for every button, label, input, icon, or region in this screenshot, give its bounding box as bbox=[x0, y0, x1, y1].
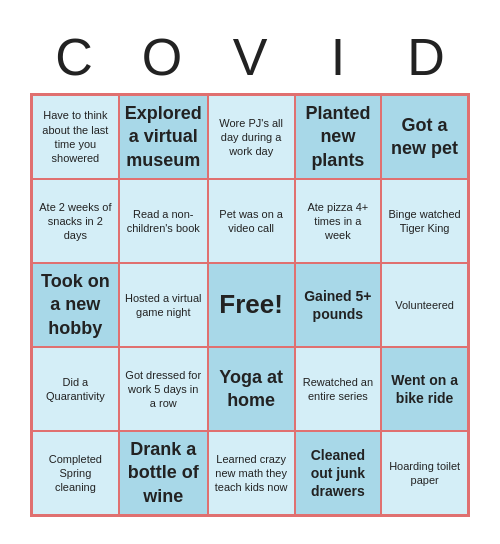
table-row: Ate 2 weeks of snacks in 2 days bbox=[32, 179, 119, 263]
table-row: Explored a virtual museum bbox=[119, 95, 208, 179]
table-row: Have to think about the last time you sh… bbox=[32, 95, 119, 179]
table-row: Learned crazy new math they teach kids n… bbox=[208, 431, 295, 515]
bingo-grid: Have to think about the last time you sh… bbox=[30, 93, 470, 517]
title-letter-i: I bbox=[296, 27, 380, 87]
title-letter-o: O bbox=[120, 27, 204, 87]
table-row: Pet was on a video call bbox=[208, 179, 295, 263]
bingo-title: C O V I D bbox=[30, 27, 470, 87]
table-row: Took on a new hobby bbox=[32, 263, 119, 347]
table-row: Binge watched Tiger King bbox=[381, 179, 468, 263]
table-row: Completed Spring cleaning bbox=[32, 431, 119, 515]
title-letter-c: C bbox=[32, 27, 116, 87]
table-row: Hosted a virtual game night bbox=[119, 263, 208, 347]
table-row: Volunteered bbox=[381, 263, 468, 347]
bingo-card: C O V I D Have to think about the last t… bbox=[20, 17, 480, 527]
table-row: Rewatched an entire series bbox=[295, 347, 382, 431]
table-row: Did a Quarantivity bbox=[32, 347, 119, 431]
table-row: Got a new pet bbox=[381, 95, 468, 179]
title-letter-d: D bbox=[384, 27, 468, 87]
title-letter-v: V bbox=[208, 27, 292, 87]
table-row: Read a non-children's book bbox=[119, 179, 208, 263]
table-row: Wore PJ's all day during a work day bbox=[208, 95, 295, 179]
table-row: Yoga at home bbox=[208, 347, 295, 431]
table-row: Gained 5+ pounds bbox=[295, 263, 382, 347]
table-row: Planted new plants bbox=[295, 95, 382, 179]
table-row: Got dressed for work 5 days in a row bbox=[119, 347, 208, 431]
table-row: Ate pizza 4+ times in a week bbox=[295, 179, 382, 263]
table-row: Went on a bike ride bbox=[381, 347, 468, 431]
table-row: Cleaned out junk drawers bbox=[295, 431, 382, 515]
table-row: Free! bbox=[208, 263, 295, 347]
table-row: Drank a bottle of wine bbox=[119, 431, 208, 515]
table-row: Hoarding toilet paper bbox=[381, 431, 468, 515]
